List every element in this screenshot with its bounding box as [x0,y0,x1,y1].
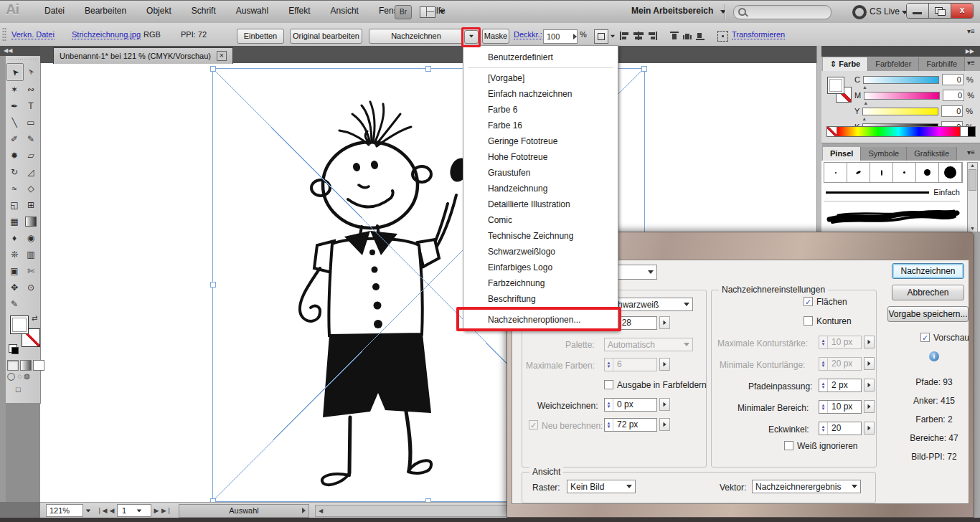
max-stroke-flyout-button[interactable] [864,336,875,348]
menu-auswahl[interactable]: Auswahl [226,0,278,22]
calligraphic-brush-1[interactable] [824,163,847,182]
linked-file-link[interactable]: Verkn. Datei [11,30,55,39]
calligraphic-brush-3[interactable] [870,163,893,182]
min-area-stepper[interactable]: ▲▼10 px [819,400,862,414]
magic-wand-tool[interactable]: ✶ [6,81,22,98]
symbol-sprayer-tool[interactable]: ❊ [6,246,22,262]
preview-checkbox[interactable]: ✓ [920,333,930,342]
max-colors-flyout-button[interactable] [659,358,670,371]
blend-tool[interactable]: ◉ [23,229,39,246]
search-input[interactable] [733,5,831,19]
fills-checkbox[interactable]: ✓ [804,297,813,306]
annotation-pencil[interactable]: ✎ [6,295,22,312]
page-number-input[interactable]: 1 [117,504,151,517]
menu-item-farbe-6[interactable]: Farbe 6 [463,102,618,118]
rotate-tool[interactable]: ↻ [6,163,22,180]
slider-marker-icon[interactable]: ▲ [863,100,868,105]
menu-item-geringe-fototreue[interactable]: Geringe Fototreue [463,133,618,149]
scale-tool[interactable]: ◿ [23,163,39,180]
arrange-documents-caret-icon[interactable] [439,10,445,14]
spectrum-gradient[interactable] [837,127,960,136]
first-page-icon[interactable]: ❘◀ [97,507,107,514]
none-swatch[interactable] [827,127,837,136]
brush-item-simple[interactable]: Einfach [824,184,960,201]
blur-flyout-button[interactable] [659,398,670,411]
min-stroke-stepper[interactable]: ▲▼20 px [819,357,862,371]
scrollbar-thumb[interactable] [969,169,976,191]
menu-item-technische-zeichnung[interactable]: Technische Zeichnung [463,228,618,244]
document-tab[interactable]: Unbenannt-1* bei 121 % (CMYK/Vorschau) ✕ [53,47,233,64]
menu-item-farbzeichnung[interactable]: Farbzeichnung [463,275,618,291]
collapse-tools-icon[interactable]: ◀◀ [0,46,40,56]
slice-tool[interactable]: ✄ [23,262,39,279]
corner-angle-flyout-button[interactable] [864,422,875,435]
restore-button[interactable] [929,4,951,18]
chevron-down-icon[interactable] [611,35,615,38]
column-graph-tool[interactable]: ▥ [23,246,39,262]
calligraphic-brush-2[interactable] [847,163,870,182]
line-segment-tool[interactable]: ╲ [6,114,22,130]
blob-brush-tool[interactable]: ✹ [6,147,22,163]
output-swatches-checkbox[interactable] [604,380,613,389]
menu-item-einfarbiges-logo[interactable]: Einfarbiges Logo [463,260,618,275]
free-transform-tool[interactable]: ◇ [23,180,39,196]
tab-farbe[interactable]: ⇕ Farbe [823,57,868,71]
tab-symbole[interactable]: Symbole [861,147,907,161]
type-tool[interactable]: T [23,98,39,114]
calligraphic-brush-6[interactable] [939,163,962,182]
live-trace-button[interactable]: Nachzeichnen [369,29,463,44]
scroll-left-icon[interactable]: ◀ [316,508,326,514]
bridge-button[interactable]: Br [395,5,412,19]
menu-schrift[interactable]: Schrift [182,0,226,22]
channel-slider[interactable]: ▲ [862,108,938,115]
corner-angle-stepper[interactable]: ▲▼20 [819,422,862,435]
tab-pinsel[interactable]: Pinsel [823,147,861,161]
perspective-grid-tool[interactable]: ⊞ [23,196,39,213]
align-distribute-icons[interactable] [618,30,712,42]
pencil-tool[interactable]: ✎ [23,130,39,147]
slider-marker-icon[interactable]: ▲ [862,116,867,121]
draw-normal-icon[interactable]: ◯ [7,372,15,380]
gradient-mode-button[interactable] [20,360,32,371]
width-tool[interactable]: ≈ [6,180,22,196]
blur-stepper[interactable]: ▲▼0 px [604,398,657,412]
resample-stepper[interactable]: ▲▼72 px [604,418,657,432]
black-swatch[interactable] [968,127,975,136]
menu-effekt[interactable]: Effekt [278,0,320,22]
brushes-scrollbar[interactable]: ▲▼ [967,162,978,232]
tab-grafikstile[interactable]: Grafikstile [907,147,957,161]
channel-value-input[interactable]: 0 [943,90,964,101]
selection-tool[interactable]: ➤ [6,63,24,81]
calligraphic-brush-4[interactable] [893,163,916,182]
mesh-tool[interactable]: ▦ [6,213,22,229]
zoom-dropdown-icon[interactable] [86,509,90,512]
minimize-button[interactable] [907,4,929,18]
flyout-icon[interactable] [573,34,577,39]
brushes-panel-menu-icon[interactable]: ▾≡ [967,148,977,156]
tab-farbhilfe[interactable]: Farbhilfe [919,57,965,71]
menu-item-hohe-fototreue[interactable]: Hohe Fototreue [463,149,618,165]
draw-behind-icon[interactable]: ◌ [17,372,22,380]
close-button[interactable]: x [951,4,973,18]
free-transform-icon[interactable] [717,31,728,42]
rectangle-tool[interactable]: ▭ [23,114,39,130]
mask-button[interactable]: Maske [482,29,509,44]
expand-dock-icon[interactable]: ▶▶ [821,46,980,57]
color-spectrum-bar[interactable] [826,126,976,137]
fill-swatch[interactable] [10,315,29,334]
menu-bearbeiten[interactable]: Bearbeiten [75,0,136,22]
zoom-level-input[interactable]: 121% [46,504,83,517]
vector-dropdown[interactable]: Nachzeichnerergebnis [752,480,861,493]
menu-item-vorgabe[interactable]: [Vorgabe] [463,70,618,86]
screen-mode-icon[interactable]: □ [16,385,21,394]
channel-value-input[interactable]: 0 [941,105,963,117]
menu-objekt[interactable]: Objekt [136,0,182,22]
shape-builder-tool[interactable]: ◱ [6,196,22,213]
channel-slider[interactable]: ▲ [863,76,939,84]
menu-item-graustufen[interactable]: Graustufen [463,165,618,181]
default-fill-stroke-icon[interactable] [9,344,17,353]
close-tab-icon[interactable]: ✕ [217,51,227,61]
menu-item-comic[interactable]: Comic [463,212,618,228]
reference-point-icon[interactable] [594,29,608,44]
opacity-label-link[interactable]: Deckkr.: [514,30,542,39]
